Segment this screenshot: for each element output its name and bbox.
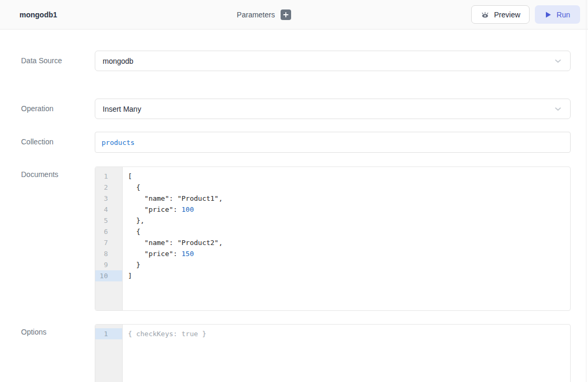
collection-label: Collection (21, 132, 95, 146)
data-source-select[interactable]: mongodb (95, 51, 571, 71)
code-token: "name": "Product2", (128, 239, 223, 247)
add-parameter-button[interactable] (281, 9, 291, 20)
code-token: } (128, 261, 140, 269)
line-number: 2 (95, 182, 122, 193)
documents-editor[interactable]: 12345678910 [ { "name": "Product1", "pri… (95, 166, 571, 311)
data-source-row: Data Source mongodb (21, 51, 571, 71)
preview-label: Preview (494, 11, 521, 19)
documents-row: Documents 12345678910 [ { "name": "Produ… (21, 166, 571, 311)
parameters-label: Parameters (237, 11, 275, 19)
run-label: Run (556, 11, 570, 19)
code-token: [ (128, 172, 132, 180)
line-number: 3 (95, 193, 122, 204)
line-number: 7 (95, 237, 122, 248)
play-icon (545, 11, 552, 18)
code-area[interactable]: [ { "name": "Product1", "price": 100 }, … (123, 167, 570, 310)
code-token: "price": (128, 205, 182, 213)
chevron-down-icon (553, 104, 563, 114)
code-line[interactable]: "name": "Product2", (128, 237, 570, 248)
eye-icon (481, 11, 490, 19)
query-form: Data Source mongodb Operation Insert Man… (0, 30, 588, 382)
code-token: ] (128, 272, 132, 280)
query-title: mongodb1 (19, 11, 57, 19)
run-button[interactable]: Run (535, 5, 580, 24)
code-line[interactable]: { checkKeys: true } (128, 328, 570, 339)
code-line[interactable]: }, (128, 215, 570, 226)
line-number: 9 (95, 259, 122, 270)
line-number: 1 (95, 171, 122, 182)
code-area[interactable]: { checkKeys: true } (123, 325, 570, 382)
options-label: Options (21, 324, 95, 336)
options-row: Options 1 { checkKeys: true } (21, 324, 571, 382)
line-number: 4 (95, 204, 122, 215)
line-number: 10 (95, 270, 122, 281)
options-editor[interactable]: 1 { checkKeys: true } (95, 324, 571, 382)
data-source-value: mongodb (103, 57, 133, 65)
code-token: "price": (128, 250, 182, 258)
operation-label: Operation (21, 99, 95, 113)
code-line[interactable]: "price": 100 (128, 204, 570, 215)
data-source-label: Data Source (21, 51, 95, 65)
code-line[interactable]: "name": "Product1", (128, 193, 570, 204)
code-token: 150 (182, 250, 194, 258)
operation-select[interactable]: Insert Many (95, 99, 571, 119)
query-editor-page: mongodb1 Parameters Preview (0, 0, 588, 382)
plus-icon (283, 12, 289, 18)
code-line[interactable]: { (128, 226, 570, 237)
code-line[interactable]: [ (128, 171, 570, 182)
code-token: }, (128, 217, 144, 224)
collection-input[interactable] (95, 132, 571, 153)
chevron-down-icon (553, 56, 563, 66)
code-token: "name": "Product1", (128, 194, 223, 202)
line-number: 8 (95, 248, 122, 259)
code-token: { checkKeys: true } (128, 330, 206, 338)
line-number: 1 (95, 328, 122, 339)
code-token: { (128, 228, 140, 236)
top-bar-actions: Preview Run (471, 5, 580, 24)
line-number-gutter: 1 (95, 325, 123, 382)
line-number-gutter: 12345678910 (95, 167, 123, 310)
operation-row: Operation Insert Many (21, 99, 571, 119)
preview-button[interactable]: Preview (471, 5, 530, 24)
code-line[interactable]: { (128, 182, 570, 193)
top-bar: mongodb1 Parameters Preview (0, 0, 588, 30)
operation-value: Insert Many (103, 105, 141, 113)
code-token: { (128, 183, 140, 191)
code-token: 100 (182, 205, 194, 213)
code-line[interactable]: } (128, 259, 570, 270)
line-number: 6 (95, 226, 122, 237)
code-line[interactable]: ] (128, 270, 570, 281)
parameters-section: Parameters (57, 9, 471, 20)
documents-label: Documents (21, 166, 95, 179)
page-scrollbar[interactable] (586, 0, 586, 382)
collection-row: Collection (21, 132, 571, 153)
line-number: 5 (95, 215, 122, 226)
code-line[interactable]: "price": 150 (128, 248, 570, 259)
